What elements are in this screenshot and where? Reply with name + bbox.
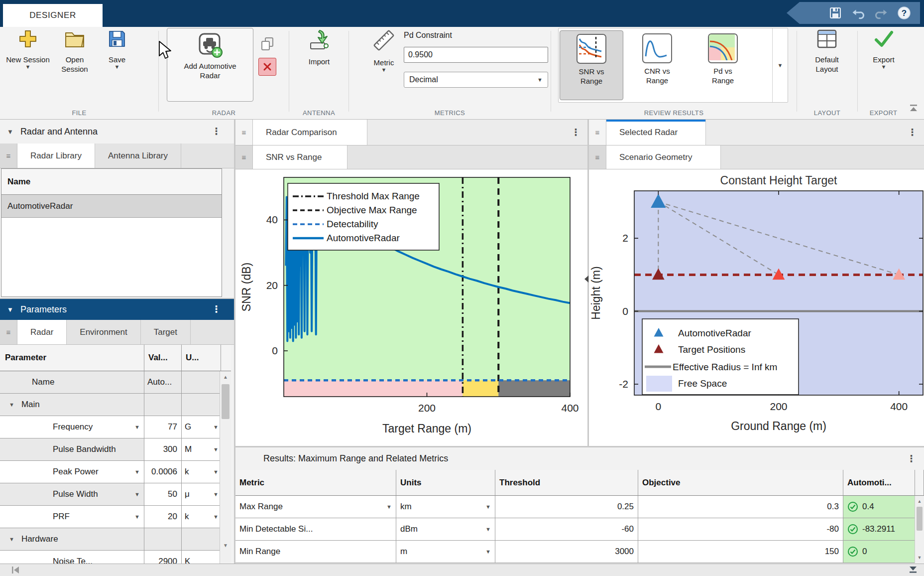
parameter-value-cell[interactable]: 0.0006: [144, 461, 182, 483]
tab-radar-library[interactable]: Radar Library: [17, 144, 95, 168]
parameter-unit-cell[interactable]: M▼: [182, 438, 221, 461]
parameter-value-cell[interactable]: 2900: [144, 551, 182, 564]
parameter-name-cell[interactable]: ▼Main: [0, 394, 144, 416]
threshold-cell[interactable]: -60: [495, 518, 638, 541]
export-button[interactable]: Export ▼: [865, 29, 903, 69]
snr-vs-range-chart[interactable]: 20040002040Target Range (m)SNR (dB)Thres…: [235, 169, 587, 446]
results-col-threshold[interactable]: Threshold: [495, 470, 638, 496]
tab-environment[interactable]: Environment: [67, 320, 140, 344]
tab-radar-comparison[interactable]: Radar Comparison: [253, 120, 367, 145]
parameter-unit-cell[interactable]: k▼: [182, 461, 221, 483]
save-icon[interactable]: [828, 6, 842, 20]
snr-vs-range-button[interactable]: SNR vs Range: [560, 30, 623, 100]
selected-radar-menu-icon[interactable]: ⋮: [908, 130, 917, 136]
results-scrollbar[interactable]: ▲▼: [915, 496, 924, 563]
scroll-up-icon[interactable]: ▲: [220, 371, 231, 382]
results-col-metric[interactable]: Metric: [235, 470, 396, 496]
metric-button[interactable]: Metric ▼: [364, 29, 404, 72]
unit-dropdown-caret[interactable]: ▼: [213, 491, 219, 497]
col-value[interactable]: Val...: [144, 345, 182, 371]
drag-grip-icon[interactable]: ≡: [589, 145, 606, 169]
default-layout-button[interactable]: Default Layout: [804, 29, 850, 74]
parameter-unit-cell[interactable]: [182, 394, 221, 416]
units-cell[interactable]: km▼: [396, 496, 495, 518]
parameter-value-cell[interactable]: Auto...: [144, 371, 182, 394]
unit-dropdown-caret[interactable]: ▼: [213, 424, 219, 430]
import-button[interactable]: Import: [298, 29, 340, 66]
units-cell[interactable]: dBm▼: [396, 518, 495, 541]
tab-designer[interactable]: DESIGNER: [3, 4, 103, 27]
collapse-chevron-icon[interactable]: ▼: [7, 306, 13, 313]
unit-dropdown-caret[interactable]: ▼: [213, 514, 219, 520]
scrollbar-thumb[interactable]: [222, 384, 230, 419]
parameter-dropdown-caret[interactable]: ▼: [134, 469, 140, 475]
col-parameter[interactable]: Parameter: [0, 345, 144, 371]
metric-cell[interactable]: Min Detectable Si...: [235, 518, 396, 541]
add-automotive-radar-button[interactable]: Add Automotive Radar: [167, 28, 253, 102]
tab-target[interactable]: Target: [141, 320, 191, 344]
threshold-cell[interactable]: 3000: [495, 541, 638, 563]
redo-icon[interactable]: [874, 6, 888, 20]
delete-radar-button[interactable]: [258, 58, 276, 76]
scrollbar-track[interactable]: [221, 345, 231, 371]
gallery-expand-caret[interactable]: ▼: [772, 28, 788, 102]
tab-snr-vs-range[interactable]: SNR vs Range: [253, 145, 347, 169]
group-expand-chevron[interactable]: ▼: [9, 402, 14, 408]
radar-comparison-menu-icon[interactable]: ⋮: [571, 130, 580, 136]
scroll-up-icon[interactable]: ▲: [915, 496, 924, 507]
parameter-name-cell[interactable]: Pulse Width▼: [0, 483, 144, 506]
pd-constraint-input[interactable]: [404, 47, 548, 63]
new-session-button[interactable]: New Session ▼: [6, 29, 50, 69]
open-session-button[interactable]: Open Session: [52, 29, 98, 74]
radar-antenna-menu-icon[interactable]: ⋮: [212, 129, 221, 135]
splitter-collapse-icon[interactable]: [584, 275, 589, 283]
results-col-objective[interactable]: Objective: [638, 470, 843, 496]
pd-vs-range-button[interactable]: Pd vs Range: [691, 30, 755, 100]
parameter-unit-cell[interactable]: [182, 371, 221, 394]
parameter-name-cell[interactable]: ▼Hardware: [0, 528, 144, 551]
metric-dropdown-caret[interactable]: ▼: [386, 504, 392, 510]
parameter-value-cell[interactable]: [144, 394, 182, 416]
group-expand-chevron[interactable]: ▼: [9, 536, 14, 542]
objective-cell[interactable]: -80: [638, 518, 843, 541]
parameters-scrollbar[interactable]: ▲▼: [220, 371, 231, 564]
help-icon[interactable]: ?: [897, 6, 911, 20]
parameter-name-cell[interactable]: Pulse Bandwidth: [0, 438, 144, 461]
parameter-unit-cell[interactable]: μ▼: [182, 483, 221, 506]
metric-cell[interactable]: Min Range: [235, 541, 396, 563]
parameter-name-cell[interactable]: PRF▼: [0, 506, 144, 528]
units-dropdown-caret[interactable]: ▼: [485, 549, 491, 555]
undo-icon[interactable]: [851, 6, 865, 20]
tab-antenna-library[interactable]: Antenna Library: [95, 144, 181, 168]
collapse-left-icon[interactable]: [11, 566, 20, 574]
objective-cell[interactable]: 0.3: [638, 496, 843, 518]
unit-dropdown-caret[interactable]: ▼: [213, 469, 219, 475]
save-button[interactable]: Save ▼: [103, 29, 131, 69]
duplicate-radar-button[interactable]: [258, 35, 276, 53]
collapse-chevron-icon[interactable]: ▼: [7, 128, 13, 136]
results-menu-icon[interactable]: ⋮: [907, 456, 916, 462]
parameter-unit-cell[interactable]: G▼: [182, 416, 221, 438]
units-dropdown-caret[interactable]: ▼: [485, 504, 491, 510]
results-col-automotiveradar[interactable]: Automoti...: [843, 470, 915, 496]
parameter-value-cell[interactable]: 300: [144, 438, 182, 461]
tab-selected-radar[interactable]: Selected Radar: [606, 120, 706, 145]
col-units[interactable]: U...: [182, 345, 221, 371]
collapse-ribbon-button[interactable]: [908, 104, 919, 114]
parameter-dropdown-caret[interactable]: ▼: [134, 514, 140, 520]
collapse-bottom-icon[interactable]: [908, 566, 918, 575]
parameter-name-cell[interactable]: Frequency▼: [0, 416, 144, 438]
scenario-geometry-chart[interactable]: 0200400-202Constant Height TargetGround …: [589, 169, 924, 446]
threshold-cell[interactable]: 0.25: [495, 496, 638, 518]
objective-cell[interactable]: 150: [638, 541, 843, 563]
format-dropdown[interactable]: Decimal ▼: [404, 72, 548, 88]
parameter-dropdown-caret[interactable]: ▼: [134, 424, 140, 430]
parameter-value-cell[interactable]: 20: [144, 506, 182, 528]
units-cell[interactable]: m▼: [396, 541, 495, 563]
scroll-down-icon[interactable]: ▼: [220, 540, 231, 551]
parameter-unit-cell[interactable]: [182, 528, 221, 551]
parameter-unit-cell[interactable]: k▼: [182, 506, 221, 528]
drag-grip-icon[interactable]: ≡: [235, 120, 253, 145]
parameter-name-cell[interactable]: Noise Te...: [0, 551, 144, 564]
scrollbar-thumb[interactable]: [917, 507, 923, 531]
